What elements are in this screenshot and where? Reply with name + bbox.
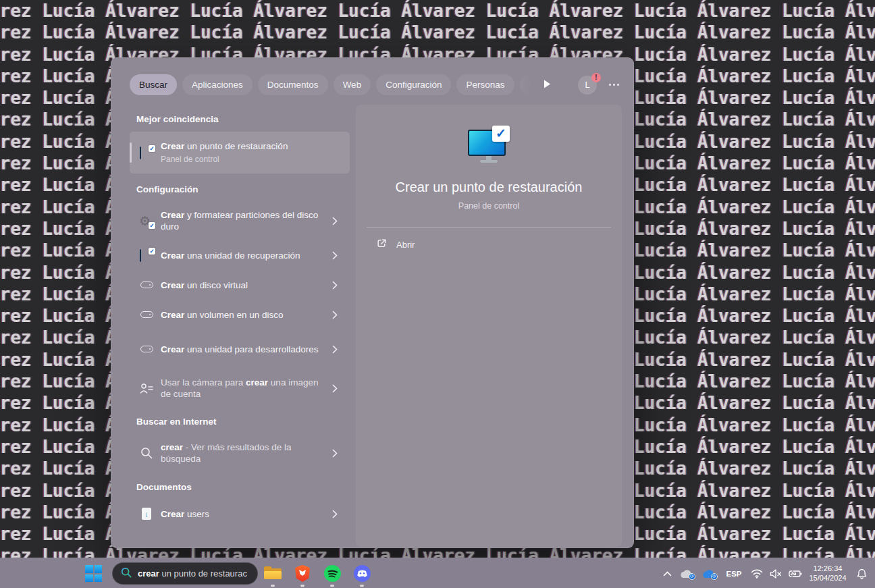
result-create-volume[interactable]: Crear un volumen en un disco xyxy=(130,300,350,329)
discord-icon xyxy=(354,565,371,582)
result-web-search[interactable]: crear - Ver más resultados de la búsqued… xyxy=(130,434,350,472)
tab-configuracion[interactable]: Configuración xyxy=(376,74,451,95)
monitor-check-icon: ✓ xyxy=(138,147,155,158)
more-options-button[interactable] xyxy=(609,84,619,86)
preview-title: Crear un punto de restauración xyxy=(356,180,622,195)
taskbar-brave-icon[interactable] xyxy=(288,558,317,588)
drive-icon xyxy=(138,311,155,318)
results-list: Mejor coincidencia ✓ Crear un punto de r… xyxy=(111,114,351,529)
result-format-partitions[interactable]: ⚙✓ Crear y formatear particiones del dis… xyxy=(130,202,350,240)
search-icon xyxy=(121,567,132,581)
tray-expand-button[interactable] xyxy=(658,558,676,588)
search-input-value: crear un punto de restaurac xyxy=(138,568,247,579)
start-button[interactable] xyxy=(85,565,102,582)
result-document-crear-users[interactable]: Crear users xyxy=(130,500,350,528)
taskbar-discord-icon[interactable] xyxy=(347,558,377,588)
section-header-web: Buscar en Internet xyxy=(136,417,351,427)
onedrive-business-icon[interactable]: ⟳ xyxy=(698,558,720,588)
result-subtitle: Panel de control xyxy=(161,154,323,165)
open-external-icon xyxy=(376,238,388,251)
preview-pane: ✓ Crear un punto de restauración Panel d… xyxy=(356,105,622,547)
brave-shield-icon xyxy=(295,565,310,582)
tray-date: 15/04/2024 xyxy=(809,574,846,583)
notification-bell-icon[interactable] xyxy=(851,558,872,588)
taskbar-file-explorer-icon[interactable] xyxy=(258,558,288,588)
chevron-right-icon xyxy=(332,311,338,319)
result-recovery-drive[interactable]: ✓ Crear una unidad de recuperación xyxy=(130,241,350,269)
onedrive-personal-icon[interactable]: ⟳ xyxy=(676,558,698,588)
sync-icon: ⟳ xyxy=(711,573,718,580)
play-arrow-icon xyxy=(543,79,551,91)
notification-badge: ! xyxy=(591,73,601,82)
gear-check-icon: ⚙✓ xyxy=(138,213,155,228)
folder-icon xyxy=(264,567,282,581)
tab-aplicaciones[interactable]: Aplicaciones xyxy=(182,74,253,95)
tab-web[interactable]: Web xyxy=(334,74,371,95)
result-camera-account-image[interactable]: Usar la cámara para crear una imagen de … xyxy=(130,369,350,407)
user-avatar[interactable]: L ! xyxy=(578,76,597,95)
chevron-right-icon xyxy=(332,345,338,354)
taskbar-search-box[interactable]: crear un punto de restaurac xyxy=(112,562,258,585)
wallpaper-text-row: Lucía Álvarez Lucía Álvarez Lucía Álvare… xyxy=(0,0,875,22)
tabs-overflow-button[interactable] xyxy=(540,78,554,92)
sync-icon: ⟳ xyxy=(689,573,695,580)
chevron-right-icon xyxy=(332,217,338,225)
battery-icon[interactable] xyxy=(785,558,805,588)
search-icon xyxy=(138,447,155,459)
result-virtual-disk[interactable]: Crear un disco virtual xyxy=(130,271,350,299)
document-download-icon xyxy=(138,508,155,520)
taskbar: crear un punto de restaurac xyxy=(0,558,875,588)
tray-time: 12:26:34 xyxy=(814,564,843,574)
tab-personas[interactable]: Personas xyxy=(456,74,514,95)
wallpaper-text-row: Lucía Álvarez Lucía Álvarez Lucía Álvare… xyxy=(0,22,875,43)
section-header-best-match: Mejor coincidencia xyxy=(136,114,351,124)
open-action[interactable]: Abrir xyxy=(376,238,622,251)
chevron-right-icon xyxy=(332,281,338,290)
tab-carpetas[interactable]: Carpetas xyxy=(520,74,534,95)
language-indicator[interactable]: ESP xyxy=(720,558,747,588)
search-filter-bar: Buscar Aplicaciones Documentos Web Confi… xyxy=(130,74,619,95)
avatar-initial: L xyxy=(585,80,589,90)
result-dev-drive[interactable]: Crear una unidad para desarrolladores xyxy=(130,330,350,368)
chevron-right-icon xyxy=(332,449,338,458)
chevron-right-icon xyxy=(332,251,338,260)
monitor-check-icon-large: ✓ xyxy=(468,130,510,165)
chevron-right-icon xyxy=(332,384,338,393)
tab-documentos[interactable]: Documentos xyxy=(258,74,328,95)
divider xyxy=(367,227,611,228)
section-header-documents: Documentos xyxy=(136,482,351,492)
drive-icon xyxy=(138,346,155,352)
spotify-icon xyxy=(324,565,341,582)
preview-subtitle: Panel de control xyxy=(356,201,622,211)
taskbar-spotify-icon[interactable] xyxy=(317,558,347,588)
volume-muted-icon[interactable] xyxy=(766,558,785,588)
search-flyout: Buscar Aplicaciones Documentos Web Confi… xyxy=(111,57,634,548)
search-filter-tabs: Buscar Aplicaciones Documentos Web Confi… xyxy=(130,74,533,95)
tab-buscar[interactable]: Buscar xyxy=(130,74,177,95)
monitor-check-icon: ✓ xyxy=(138,250,155,261)
account-list-icon xyxy=(138,382,155,394)
chevron-right-icon xyxy=(332,510,338,518)
clock[interactable]: 12:26:34 15/04/2024 xyxy=(805,558,851,588)
drive-icon xyxy=(138,282,155,288)
result-best-match[interactable]: ✓ Crear un punto de restauración Panel d… xyxy=(130,132,350,173)
open-action-label: Abrir xyxy=(396,240,415,250)
wifi-icon[interactable] xyxy=(747,558,766,588)
section-header-settings: Configuración xyxy=(136,184,351,194)
